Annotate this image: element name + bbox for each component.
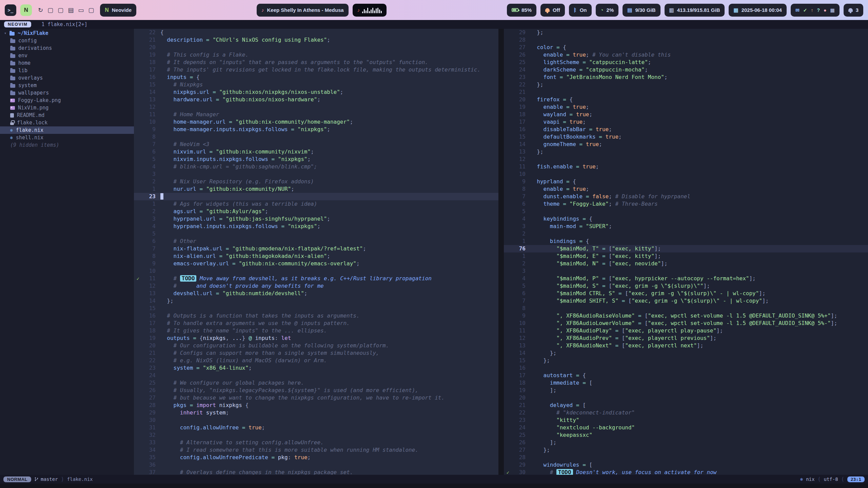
tree-item-lib[interactable]: lib <box>0 67 134 74</box>
code-line[interactable]: 27 # but because we want to change the n… <box>134 394 498 402</box>
window-separator[interactable] <box>498 29 504 475</box>
audio-visualizer-chip[interactable]: ♪ <box>353 4 387 17</box>
code-line[interactable]: 7 dunst.enable = false; # Disable for hy… <box>504 193 868 200</box>
notifications-module[interactable]: Off <box>540 4 565 17</box>
code-line[interactable]: 1 bindings = { <box>504 238 868 245</box>
code-line[interactable]: 3 hyprpanel.url = "github:jas-singhfsu/h… <box>134 215 498 223</box>
code-line[interactable]: 5 <box>504 208 868 215</box>
mail-icon[interactable]: ✉ <box>795 8 800 13</box>
code-line[interactable]: 26 ]; <box>504 439 868 446</box>
code-line[interactable]: 15 }; <box>504 357 868 364</box>
code-line[interactable]: 16 disableTabBar = true; <box>504 126 868 133</box>
workspace-icon[interactable]: ▭ <box>78 7 84 13</box>
code-line[interactable]: 7 nix-flatpak.url = "github:gmodena/nix-… <box>134 245 498 252</box>
status-dot-icon[interactable]: ● <box>824 8 826 13</box>
workspace-icon[interactable]: ▤ <box>68 7 74 13</box>
workspace-icon[interactable]: ▢ <box>58 7 63 13</box>
code-line[interactable]: 23 "kitty" <box>504 416 868 424</box>
code-line[interactable]: 27 color = { <box>504 44 868 51</box>
code-line[interactable]: 5 nixvim.inputs.nixpkgs.follows = "nixpk… <box>134 156 498 163</box>
code-line[interactable]: 20 <box>134 44 498 51</box>
editor-pane-left[interactable]: 22{21 description = "ChUrl's NixOS confi… <box>134 29 498 475</box>
code-line[interactable]: 7 "$mainMod SHIFT, S" = ["exec, grim -g … <box>504 297 868 305</box>
code-line[interactable]: 8 <box>504 305 868 312</box>
battery-module[interactable]: 85% <box>507 4 536 17</box>
tree-item-system[interactable]: system <box>0 82 134 89</box>
clock-module[interactable]: ▦ 2025-06-18 00:04 <box>729 4 786 17</box>
code-line[interactable]: 19 enable = true; <box>504 103 868 111</box>
code-line[interactable]: 28 pkgs = import nixpkgs { <box>134 402 498 409</box>
tree-item-home[interactable]: home <box>0 59 134 67</box>
disk-module[interactable]: ▥ 413.19/915.81 GiB <box>665 4 725 17</box>
code-line[interactable]: 2 <box>504 230 868 238</box>
code-line[interactable]: 25 lightScheme = "catppuccin-latte"; <box>504 59 868 66</box>
code-line[interactable]: 22 # e.g. NixOS (linux) and MacOS (darwi… <box>134 357 498 364</box>
code-line[interactable]: 15 <box>134 305 498 312</box>
code-line[interactable]: 28 <box>504 454 868 461</box>
code-line[interactable]: 19 ]; <box>504 387 868 394</box>
notification-count-module[interactable]: 3 <box>844 4 863 17</box>
tree-item-derivations[interactable]: derivations <box>0 44 134 52</box>
code-line[interactable]: 22 # "kdeconnect-indicator" <box>504 409 868 416</box>
code-line[interactable]: 6 theme = "Foggy-Lake"; # Three-Bears <box>504 200 868 208</box>
code-line[interactable]: 5 <box>134 230 498 238</box>
code-line[interactable]: 17 # The inputs' git revisions get locke… <box>134 66 498 74</box>
code-line[interactable]: 11 fish.enable = true; <box>504 163 868 170</box>
code-line[interactable]: 9 ", XF86AudioRaiseVolume" = ["exec, wpc… <box>504 312 868 320</box>
code-line[interactable]: 26 enable = true; # You can't disable th… <box>504 51 868 59</box>
code-line[interactable]: 10 home-manager.url = "github:nix-commun… <box>134 118 498 126</box>
code-line[interactable]: 23 font = "JetBrainsMono Nerd Font Mono"… <box>504 74 868 81</box>
terminal-launcher-icon[interactable]: >_ <box>5 4 16 16</box>
code-line[interactable]: 17 autostart = { <box>504 372 868 379</box>
git-branch[interactable]: master <box>34 476 58 482</box>
code-line[interactable]: 2 ags.url = "github:Aylur/ags"; <box>134 208 498 215</box>
code-line[interactable]: 3 <box>504 267 868 275</box>
tree-item-overlays[interactable]: overlays <box>0 74 134 82</box>
code-line[interactable]: 32 <box>134 431 498 439</box>
tree-item-readme.md[interactable]: README.md <box>0 111 134 119</box>
media-player-chip[interactable]: ♪ Keep Shelly In Athens - Medusa <box>257 4 349 17</box>
code-line[interactable]: 1 # Ags for widgets (this was a terrible… <box>134 200 498 208</box>
tree-item-env[interactable]: env <box>0 52 134 59</box>
code-line[interactable]: 25 # We configure our global packages he… <box>134 379 498 387</box>
code-line[interactable]: 30 <box>134 416 498 424</box>
code-line[interactable]: 11 # Home Manager <box>134 111 498 118</box>
code-line[interactable]: 37 # Overlays define changes in the nixp… <box>134 469 498 475</box>
code-line[interactable]: 8 <box>134 133 498 141</box>
code-line[interactable]: 24 "nextcloud --background" <box>504 424 868 431</box>
update-icon[interactable]: ↑ <box>811 8 813 13</box>
tree-item-nixvim.png[interactable]: NixVim.png <box>0 104 134 111</box>
code-line[interactable]: 36 <box>134 461 498 469</box>
tree-item-flake.lock[interactable]: flake.lock <box>0 119 134 126</box>
code-line[interactable]: 5 "$mainMod, S" = ["exec, grim -g \"$(sl… <box>504 282 868 290</box>
workspace-icon[interactable]: ▢ <box>88 7 94 13</box>
command-line[interactable] <box>0 484 868 488</box>
code-line[interactable]: 13 ", XF86AudioNext" = ["exec, playerctl… <box>504 342 868 349</box>
workspace-icon[interactable]: ▢ <box>47 7 53 13</box>
tree-item-foggy-lake.png[interactable]: Foggy-Lake.png <box>0 97 134 104</box>
code-line[interactable]: 28 <box>504 36 868 44</box>
code-line[interactable]: 21 # Configs can support more than a sin… <box>134 349 498 357</box>
code-line[interactable]: 13 hardware.url = "github:nixos/nixos-ha… <box>134 96 498 103</box>
code-line[interactable]: 10 <box>134 267 498 275</box>
code-line[interactable]: 16 inputs = { <box>134 74 498 81</box>
tree-item-shell.nix[interactable]: ❄shell.nix <box>0 134 134 141</box>
code-line[interactable]: 11 ", XF86AudioPlay" = ["exec, playerctl… <box>504 327 868 334</box>
code-line[interactable]: 29 }; <box>504 29 868 36</box>
tree-item-config[interactable]: config <box>0 37 134 44</box>
code-line[interactable]: 19 # This config is a Flake. <box>134 51 498 59</box>
code-line[interactable]: 4 # blink-cmp.url = "github:saghen/blink… <box>134 163 498 170</box>
code-line[interactable]: 17 vaapi = true; <box>504 118 868 126</box>
code-line[interactable]: 34 # I read somewhere that this is more … <box>134 446 498 454</box>
neovide-window-chip[interactable]: N Neovide <box>100 4 136 17</box>
code-line[interactable]: 24 darkScheme = "catppuccin-mocha"; <box>504 66 868 74</box>
code-line[interactable]: 8 enable = true; <box>504 185 868 193</box>
code-line[interactable]: 9 home-manager.inputs.nixpkgs.follows = … <box>134 126 498 133</box>
code-line[interactable]: 13 devshell.url = "github:numtide/devshe… <box>134 290 498 297</box>
code-line[interactable]: 6 "$mainMod CTRL, S" = ["exec, grim -g \… <box>504 290 868 297</box>
code-line[interactable]: ✓11 # TODO Move away from devshell, as i… <box>134 275 498 282</box>
neotree-source-tab[interactable]: NEOVIM <box>4 21 31 27</box>
code-line[interactable]: 12 <box>134 103 498 111</box>
code-line[interactable]: 20 firefox = { <box>504 96 868 103</box>
code-line[interactable]: 2 # Nix User Repository (e.g. Firefox ad… <box>134 178 498 185</box>
